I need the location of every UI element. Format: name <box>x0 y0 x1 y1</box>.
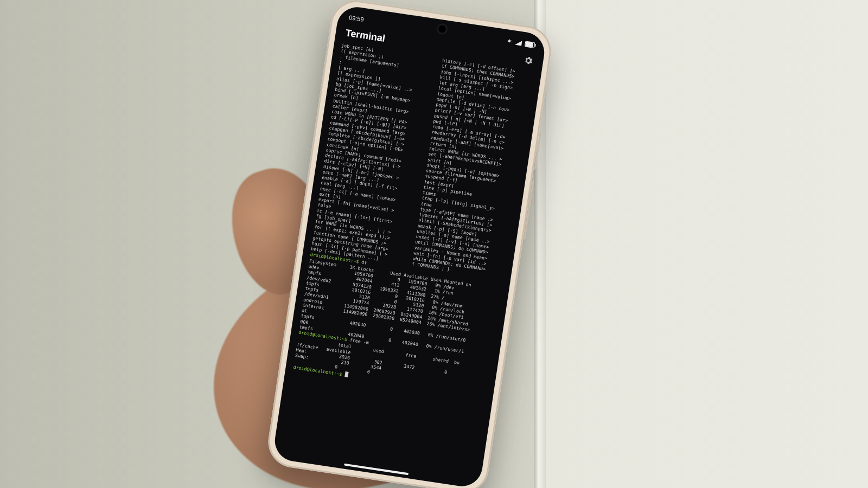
app-title: Terminal <box>344 27 386 44</box>
help-col-left: job_spec [&] (( expression )) . filename… <box>311 42 433 265</box>
bash-help-columns: job_spec [&] (( expression )) . filename… <box>311 42 534 280</box>
terminal-output[interactable]: job_spec [&] (( expression )) . filename… <box>285 41 541 403</box>
clock: 09:59 <box>348 14 364 23</box>
signal-icon <box>515 40 522 46</box>
wifi-icon: ✶ <box>507 37 513 45</box>
help-col-right: history [-c] [-d offset] [> if COMMANDS;… <box>412 57 534 280</box>
gesture-bar[interactable] <box>344 464 409 476</box>
cursor <box>344 371 348 377</box>
settings-icon[interactable] <box>523 55 534 66</box>
battery-icon <box>525 41 535 48</box>
